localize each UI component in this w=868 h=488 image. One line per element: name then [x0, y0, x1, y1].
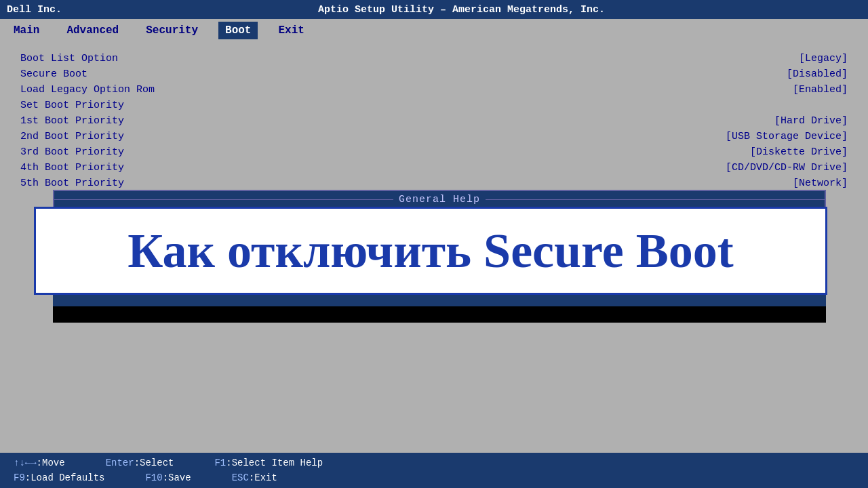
vendor-name: Dell Inc.: [7, 4, 62, 16]
bios-label: Load Legacy Option Rom: [20, 84, 292, 96]
bios-label: Boot List Option: [20, 53, 292, 64]
bios-label: 1st Boot Priority: [20, 115, 292, 127]
bios-row[interactable]: 5th Boot Priority[Network]: [20, 176, 848, 190]
nav-bar: Main Advanced Security Boot Exit: [0, 19, 868, 42]
bios-value: [Enabled]: [793, 84, 848, 96]
status-label: :Exit: [249, 472, 277, 483]
bios-row[interactable]: 1st Boot Priority[Hard Drive]: [20, 114, 848, 128]
bios-row[interactable]: 4th Boot Priority[CD/DVD/CD-RW Drive]: [20, 161, 848, 175]
bios-value: [Legacy]: [799, 53, 848, 64]
black-stripe: [53, 306, 826, 323]
status-row-2: F9:Load DefaultsF10:SaveESC:Exit: [14, 472, 854, 483]
bios-row: Load Legacy Option Rom[Enabled]: [20, 83, 848, 97]
bios-label: 3rd Boot Priority: [20, 146, 292, 158]
status-label: :Load Defaults: [25, 472, 105, 483]
status-label: :Save: [163, 472, 191, 483]
status-key: F9: [14, 472, 25, 483]
status-key: F10: [145, 472, 162, 483]
overlay-text: Как отключить Secure Boot: [127, 223, 733, 279]
bios-value: [Disabled]: [787, 68, 848, 80]
nav-boot[interactable]: Boot: [218, 22, 258, 39]
nav-exit[interactable]: Exit: [271, 22, 311, 39]
nav-advanced[interactable]: Advanced: [60, 22, 125, 39]
status-item: F1:Select Item Help: [214, 458, 323, 468]
bios-row[interactable]: 3rd Boot Priority[Diskette Drive]: [20, 145, 848, 159]
status-item: ESC:Exit: [232, 472, 277, 483]
bios-row: Boot List Option[Legacy]: [20, 52, 848, 66]
bios-label: 2nd Boot Priority: [20, 131, 292, 142]
bios-label: Secure Boot: [20, 68, 292, 80]
bios-value: [CD/DVD/CD-RW Drive]: [726, 162, 848, 174]
status-key: Enter: [106, 458, 134, 468]
bios-label: Set Boot Priority: [20, 100, 292, 111]
status-label: :Move: [37, 458, 65, 468]
title-line-right: [486, 199, 825, 200]
status-label: :Select Item Help: [226, 458, 323, 468]
status-label: :Select: [134, 458, 174, 468]
bios-value: [USB Storage Device]: [726, 131, 848, 142]
status-bar: ↑↓←→:MoveEnter:SelectF1:Select Item Help…: [0, 453, 868, 488]
nav-security[interactable]: Security: [139, 22, 205, 39]
bios-content: Boot List Option[Legacy]Secure Boot[Disa…: [0, 42, 868, 201]
status-key: ESC: [232, 472, 249, 483]
status-item: ↑↓←→:Move: [14, 458, 65, 468]
header-bar: Dell Inc. Aptio Setup Utility – American…: [0, 0, 868, 19]
overlay-banner: Как отключить Secure Boot: [34, 207, 827, 295]
status-key: F1: [214, 458, 226, 468]
status-row-1: ↑↓←→:MoveEnter:SelectF1:Select Item Help: [14, 458, 854, 468]
utility-title: Aptio Setup Utility – American Megatrend…: [62, 4, 861, 16]
blue-stripe: [53, 293, 826, 306]
bios-label: 4th Boot Priority: [20, 162, 292, 174]
status-key: ↑↓←→: [14, 458, 37, 468]
bios-row[interactable]: 2nd Boot Priority[USB Storage Device]: [20, 129, 848, 144]
bios-label: 5th Boot Priority: [20, 178, 292, 189]
bios-row: Secure Boot[Disabled]: [20, 67, 848, 81]
bios-row: Set Boot Priority: [20, 98, 848, 113]
status-item: F10:Save: [145, 472, 191, 483]
bios-value: [Hard Drive]: [774, 115, 848, 127]
help-title: General Help: [399, 194, 480, 205]
status-item: F9:Load Defaults: [14, 472, 104, 483]
bios-value: [Network]: [793, 178, 848, 189]
bios-value: [Diskette Drive]: [750, 146, 848, 158]
nav-main[interactable]: Main: [7, 22, 46, 39]
title-line-left: [54, 199, 393, 200]
status-item: Enter:Select: [106, 458, 174, 468]
